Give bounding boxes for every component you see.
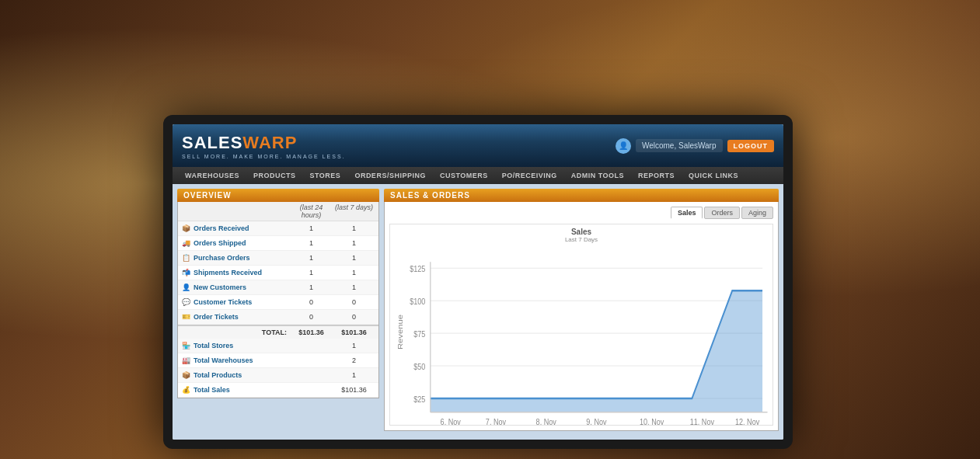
svg-text:8. Nov: 8. Nov (536, 417, 557, 426)
logo-sales: SALES (182, 133, 242, 152)
orders-received-val1: 1 (290, 224, 333, 232)
svg-text:$50: $50 (413, 362, 425, 371)
sales-chart-svg: $125 $100 $75 $50 $25 Revenue 6. Nov (390, 243, 772, 440)
total-warehouses-icon: 🏭 (181, 356, 190, 365)
new-customers-val1: 1 (290, 283, 333, 291)
svg-text:$25: $25 (413, 395, 425, 404)
chart-tab-aging[interactable]: Aging (741, 207, 773, 219)
total-stores-label[interactable]: Total Stores (194, 342, 233, 349)
purchase-orders-link[interactable]: Purchase Orders (194, 254, 250, 262)
logout-button[interactable]: LOGOUT (727, 140, 775, 152)
chart-title: Sales (390, 228, 772, 236)
new-customers-icon: 👤 (181, 283, 190, 292)
total-warehouses-label[interactable]: Total Warehouses (194, 356, 253, 364)
left-panel: OVERVIEW (last 24 hours) (last 7 days) 📦… (177, 189, 379, 435)
svg-text:$125: $125 (410, 264, 425, 273)
stats-row-shipments-received: 📬 Shipments Received 1 1 (178, 266, 378, 280)
svg-text:7. Nov: 7. Nov (486, 417, 507, 426)
purchase-orders-val2: 1 (333, 254, 375, 262)
monitor-frame: SALESWARP SELL MORE. MAKE MORE. MANAGE L… (163, 115, 793, 449)
customer-tickets-link[interactable]: Customer Tickets (194, 298, 252, 306)
orders-shipped-val2: 1 (333, 239, 375, 247)
total-val1: $101.36 (290, 329, 333, 336)
total-stores-val: 1 (333, 342, 375, 349)
shipments-received-val2: 1 (333, 269, 375, 276)
order-tickets-val2: 0 (333, 313, 375, 321)
orders-shipped-val1: 1 (290, 239, 333, 247)
summary-row-total-sales: 💰 Total Sales $101.36 (178, 383, 378, 398)
shipments-received-link[interactable]: Shipments Received (194, 269, 262, 276)
svg-text:9. Nov: 9. Nov (586, 417, 607, 426)
total-products-label[interactable]: Total Products (194, 371, 242, 379)
welcome-text: Welcome, SalesWarp (636, 139, 723, 152)
nav-item-quick-links[interactable]: QUICK LINKS (682, 167, 745, 184)
stats-row-new-customers: 👤 New Customers 1 1 (178, 280, 378, 295)
total-products-val: 1 (333, 371, 375, 379)
logo-tagline: SELL MORE. MAKE MORE. MANAGE LESS. (182, 154, 346, 159)
orders-shipped-icon: 🚚 (181, 238, 190, 248)
stats-row-orders-received: 📦 Orders Received 1 1 (178, 221, 378, 236)
nav-bar: WAREHOUSES PRODUCTS STORES ORDERS/SHIPPI… (173, 167, 783, 184)
svg-text:Revenue: Revenue (396, 315, 404, 349)
logo-text: SALESWARP (182, 133, 346, 153)
shipments-received-val1: 1 (290, 269, 333, 276)
summary-row-total-products: 📦 Total Products 1 (178, 368, 378, 383)
stats-row-orders-shipped: 🚚 Orders Shipped 1 1 (178, 236, 378, 251)
svg-text:6. Nov: 6. Nov (441, 417, 462, 426)
customer-tickets-val2: 0 (333, 298, 375, 306)
order-tickets-link[interactable]: Order Tickets (194, 313, 239, 321)
purchase-orders-icon: 📋 (181, 253, 190, 263)
total-sales-label[interactable]: Total Sales (194, 386, 230, 394)
chart-area: Sales Last 7 Days $125 $100 (389, 224, 773, 426)
nav-item-orders-shipping[interactable]: ORDERS/SHIPPING (348, 167, 432, 184)
chart-tab-sales[interactable]: Sales (671, 207, 703, 219)
summary-row-total-warehouses: 🏭 Total Warehouses 2 (178, 353, 378, 368)
total-sales-val: $101.36 (333, 386, 375, 394)
overview-panel-header: OVERVIEW (177, 189, 379, 202)
stats-row-order-tickets: 🎫 Order Tickets 0 0 (178, 310, 378, 325)
chart-tab-orders[interactable]: Orders (704, 207, 740, 219)
chart-tabs: Sales Orders Aging (389, 207, 773, 219)
nav-item-warehouses[interactable]: WAREHOUSES (179, 167, 246, 184)
total-products-icon: 📦 (181, 370, 190, 380)
orders-received-val2: 1 (333, 224, 375, 232)
svg-text:11. Nov: 11. Nov (690, 417, 715, 426)
total-warehouses-val: 2 (333, 356, 375, 364)
stats-col-header-1: (last 24 hours) (290, 203, 333, 219)
user-avatar-icon: 👤 (616, 138, 631, 154)
total-label: TOTAL: (181, 329, 290, 336)
nav-item-po-receiving[interactable]: PO/RECEIVING (496, 167, 563, 184)
svg-text:$100: $100 (410, 297, 425, 306)
svg-marker-11 (431, 290, 762, 412)
order-tickets-val1: 0 (290, 313, 333, 321)
nav-item-customers[interactable]: CUSTOMERS (434, 167, 494, 184)
main-content: OVERVIEW (last 24 hours) (last 7 days) 📦… (173, 184, 783, 440)
logo-warp: WARP (242, 133, 297, 152)
stats-row-purchase-orders: 📋 Purchase Orders 1 1 (178, 251, 378, 266)
orders-received-link[interactable]: Orders Received (194, 224, 249, 232)
total-stores-icon: 🏪 (181, 341, 190, 350)
overview-panel-body: (last 24 hours) (last 7 days) 📦 Orders R… (177, 202, 379, 398)
svg-text:$75: $75 (413, 329, 425, 339)
chart-panel: Sales Orders Aging Sales Last 7 Days (384, 202, 779, 431)
stats-header-row: (last 24 hours) (last 7 days) (178, 202, 378, 221)
nav-item-products[interactable]: PRODUCTS (247, 167, 302, 184)
purchase-orders-val1: 1 (290, 254, 333, 262)
header-right: 👤 Welcome, SalesWarp LOGOUT (616, 138, 774, 154)
svg-text:10. Nov: 10. Nov (640, 417, 664, 426)
stats-label-col (181, 203, 290, 219)
nav-item-stores[interactable]: STORES (304, 167, 347, 184)
app-header: SALESWARP SELL MORE. MAKE MORE. MANAGE L… (173, 124, 783, 167)
nav-item-admin-tools[interactable]: ADMIN TOOLS (565, 167, 630, 184)
total-row: TOTAL: $101.36 $101.36 (178, 325, 378, 339)
nav-item-reports[interactable]: REPORTS (632, 167, 681, 184)
new-customers-link[interactable]: New Customers (194, 283, 246, 291)
total-val2: $101.36 (333, 329, 375, 336)
sales-orders-panel-header: SALES & ORDERS (384, 189, 779, 202)
shipments-received-icon: 📬 (181, 268, 190, 277)
chart-subtitle: Last 7 Days (390, 236, 772, 243)
customer-tickets-val1: 0 (290, 298, 333, 306)
orders-shipped-link[interactable]: Orders Shipped (194, 239, 246, 247)
total-sales-icon: 💰 (181, 385, 190, 395)
customer-tickets-icon: 💬 (181, 297, 190, 307)
